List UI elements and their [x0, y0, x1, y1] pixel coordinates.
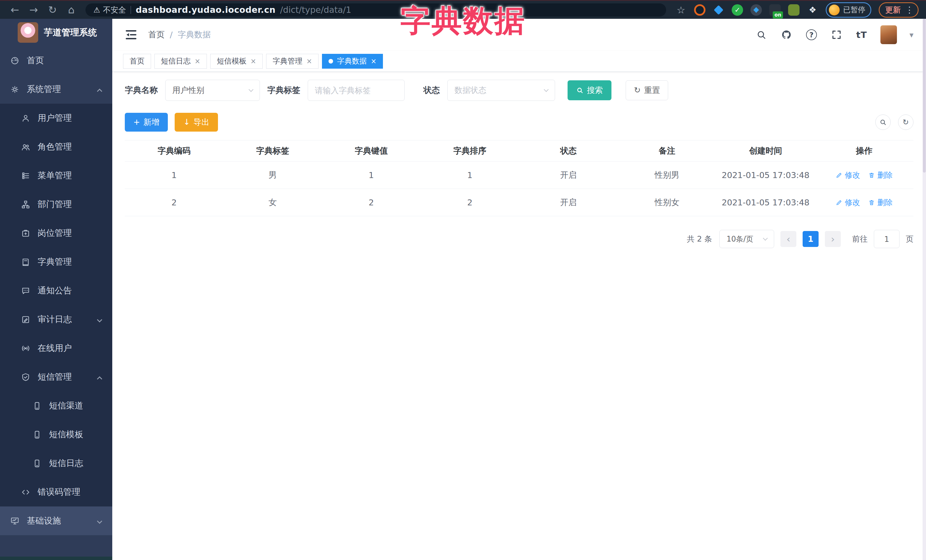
- breadcrumb-home[interactable]: 首页: [148, 29, 165, 41]
- browser-reload-icon[interactable]: ↻: [45, 3, 60, 17]
- sidebar-item-sms-log[interactable]: 短信日志: [0, 449, 112, 478]
- delete-link[interactable]: 删除: [868, 170, 893, 180]
- cell-status: 开启: [519, 197, 618, 208]
- sidebar-item-label: 部门管理: [38, 199, 72, 210]
- dict-book-icon: [21, 258, 30, 267]
- sidebar-item-roles[interactable]: 角色管理: [0, 133, 112, 161]
- profile-paused-badge[interactable]: 已暂停: [826, 2, 871, 18]
- delete-link[interactable]: 删除: [868, 198, 893, 208]
- sidebar-item-home[interactable]: 首页: [0, 46, 112, 75]
- fullscreen-icon[interactable]: [830, 29, 843, 41]
- export-button[interactable]: ↓ 导出: [175, 113, 218, 131]
- status-select[interactable]: 数据状态: [447, 80, 555, 101]
- page-number-current[interactable]: 1: [803, 231, 819, 247]
- browser-update-button[interactable]: 更新 ⋮: [879, 2, 918, 18]
- close-tab-icon[interactable]: ×: [306, 58, 312, 65]
- sidebar-item-error-codes[interactable]: 错误码管理: [0, 478, 112, 506]
- sidebar-item-departments[interactable]: 部门管理: [0, 190, 112, 219]
- scrollbar-thumb[interactable]: [923, 19, 926, 173]
- tab-sms-log[interactable]: 短信日志 ×: [154, 54, 207, 69]
- header-actions: ? tT ▾: [755, 25, 914, 44]
- sidebar-item-label: 短信日志: [49, 457, 83, 469]
- chevron-down-icon: [98, 314, 101, 325]
- search-button-label: 搜索: [587, 85, 603, 96]
- sidebar-item-label: 通知公告: [38, 285, 72, 296]
- extension-blue-icon[interactable]: [713, 4, 724, 16]
- github-icon[interactable]: [780, 29, 793, 41]
- trash-icon: [868, 199, 875, 206]
- dict-name-select[interactable]: 用户性别: [165, 80, 260, 101]
- app: 芋道管理系统 首页 系统管理 用户管理 角色管理: [0, 19, 926, 560]
- sidebar-bottom-strip: [0, 557, 112, 560]
- edit-link[interactable]: 修改: [836, 170, 860, 180]
- search-icon[interactable]: [755, 29, 767, 41]
- address-bar[interactable]: ⚠ 不安全 dashboard.yudao.iocoder.cn /dict/t…: [85, 3, 666, 17]
- extension-slider-icon[interactable]: [750, 4, 762, 16]
- close-tab-icon[interactable]: ×: [371, 58, 377, 65]
- prev-page-button[interactable]: ‹: [781, 231, 796, 247]
- sidebar-item-dictionary[interactable]: 字典管理: [0, 248, 112, 276]
- next-page-button[interactable]: ›: [825, 231, 841, 247]
- sidebar-item-sms-channel[interactable]: 短信渠道: [0, 391, 112, 420]
- sidebar-item-infrastructure[interactable]: 基础设施: [0, 506, 112, 535]
- cell-dict-sort: 2: [421, 198, 519, 207]
- browser-back-icon[interactable]: ←: [8, 3, 22, 17]
- dict-tag-input[interactable]: [315, 86, 398, 95]
- chevron-up-icon: [98, 84, 101, 94]
- browser-home-icon[interactable]: ⌂: [64, 3, 79, 17]
- reset-button[interactable]: ↻ 重置: [626, 80, 668, 100]
- page-size-select[interactable]: 10条/页: [719, 230, 774, 248]
- help-icon[interactable]: ?: [805, 29, 818, 41]
- bookmark-star-icon[interactable]: ☆: [675, 4, 687, 16]
- page-unit-label: 页: [906, 234, 914, 244]
- phone-icon: [32, 402, 42, 411]
- tab-sms-template[interactable]: 短信模板 ×: [210, 54, 263, 69]
- refresh-table-button[interactable]: ↻: [898, 115, 914, 130]
- sidebar-logo[interactable]: 芋道管理系统: [0, 19, 112, 46]
- chevron-up-icon: [98, 372, 101, 382]
- sidebar-item-system[interactable]: 系统管理: [0, 75, 112, 104]
- security-warning[interactable]: ⚠ 不安全: [94, 5, 126, 15]
- user-menu-caret-icon[interactable]: ▾: [909, 30, 914, 39]
- tab-dict-data[interactable]: 字典数据 ×: [322, 54, 383, 69]
- url-divider: [130, 6, 131, 14]
- sidebar-item-notices[interactable]: 通知公告: [0, 276, 112, 305]
- notice-chat-icon: [21, 286, 30, 295]
- collapse-sidebar-icon[interactable]: [125, 29, 137, 41]
- sidebar-item-menus[interactable]: 菜单管理: [0, 161, 112, 190]
- close-tab-icon[interactable]: ×: [250, 58, 256, 65]
- close-tab-icon[interactable]: ×: [195, 58, 200, 65]
- tab-home[interactable]: 首页: [123, 54, 151, 69]
- extensions-puzzle-icon[interactable]: ❖: [807, 4, 818, 16]
- extension-switch-icon[interactable]: on: [769, 4, 781, 16]
- col-dict-value: 字典键值: [322, 145, 421, 157]
- toggle-search-button[interactable]: [875, 115, 891, 130]
- extension-check-icon[interactable]: ✓: [732, 4, 743, 16]
- font-size-icon[interactable]: tT: [855, 29, 868, 41]
- sidebar-item-sms[interactable]: 短信管理: [0, 362, 112, 391]
- sidebar-item-label: 基础设施: [27, 515, 61, 527]
- extension-leaf-icon[interactable]: [788, 4, 799, 16]
- add-button[interactable]: + 新增: [125, 113, 168, 131]
- goto-page-input[interactable]: [874, 230, 899, 248]
- search-button[interactable]: 搜索: [567, 80, 611, 100]
- tab-dict-manage[interactable]: 字典管理 ×: [266, 54, 319, 69]
- page-scrollbar[interactable]: [923, 19, 926, 560]
- edit-link[interactable]: 修改: [836, 198, 860, 208]
- user-avatar[interactable]: [881, 25, 897, 44]
- phone-icon: [32, 430, 42, 439]
- browser-forward-icon[interactable]: →: [26, 3, 41, 17]
- sidebar-item-label: 首页: [27, 55, 44, 66]
- main-area: 首页 / 字典数据 ? tT ▾: [112, 19, 926, 560]
- sidebar-item-online-users[interactable]: 在线用户: [0, 334, 112, 362]
- dict-data-table: 字典编码 字典标签 字典键值 字典排序 状态 备注 创建时间 操作 1 男 1 …: [125, 140, 914, 216]
- extension-orange-icon[interactable]: [694, 4, 705, 16]
- browser-menu-icon[interactable]: ⋮: [905, 5, 914, 15]
- sidebar-item-posts[interactable]: 岗位管理: [0, 219, 112, 248]
- sidebar-item-sms-template[interactable]: 短信模板: [0, 420, 112, 449]
- breadcrumb-separator: /: [170, 30, 172, 39]
- infra-monitor-icon: [10, 516, 20, 525]
- sidebar-item-audit-log[interactable]: 审计日志: [0, 305, 112, 334]
- sidebar-item-users[interactable]: 用户管理: [0, 104, 112, 133]
- cell-dict-code: 1: [125, 171, 223, 180]
